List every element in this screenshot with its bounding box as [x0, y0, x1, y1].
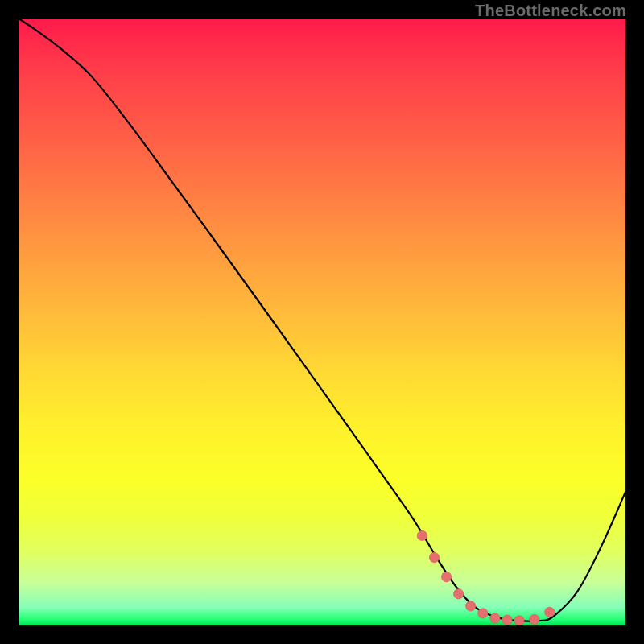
trough-marker — [514, 616, 524, 625]
chart-area — [19, 19, 625, 625]
trough-marker — [545, 607, 555, 617]
trough-marker — [429, 552, 439, 562]
trough-marker — [490, 613, 500, 623]
trough-marker — [441, 572, 451, 581]
bottleneck-curve — [19, 19, 625, 621]
trough-marker — [466, 601, 476, 611]
trough-marker — [502, 615, 512, 625]
trough-marker — [417, 530, 427, 540]
attribution-text: TheBottleneck.com — [475, 2, 626, 20]
trough-marker — [453, 589, 463, 599]
trough-marker — [478, 609, 488, 618]
trough-marker — [530, 614, 539, 624]
trough-markers-group — [417, 530, 555, 625]
chart-svg — [19, 19, 625, 625]
